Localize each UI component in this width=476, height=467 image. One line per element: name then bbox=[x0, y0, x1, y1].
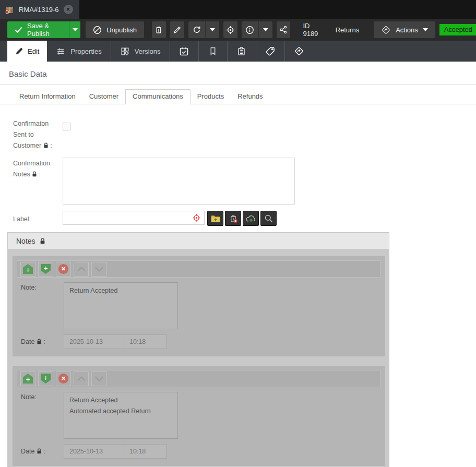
add-block-below-button[interactable]: + bbox=[38, 372, 53, 386]
data-tabs: Return Information Customer Communicatio… bbox=[0, 90, 476, 104]
object-type-label: Returns bbox=[336, 26, 360, 34]
date-input[interactable] bbox=[64, 444, 124, 459]
add-block-above-button[interactable]: + bbox=[20, 262, 35, 277]
time-input[interactable] bbox=[124, 334, 167, 349]
add-block-above-button[interactable]: + bbox=[20, 372, 35, 386]
tab-return-information[interactable]: Return Information bbox=[13, 90, 82, 104]
tab-customer[interactable]: Customer bbox=[82, 90, 125, 104]
move-block-down-button[interactable] bbox=[91, 372, 106, 386]
cloud-upload-icon bbox=[245, 214, 257, 223]
reload-button[interactable] bbox=[188, 21, 205, 38]
search-icon bbox=[264, 213, 273, 223]
tab-versions[interactable]: Versions bbox=[111, 41, 170, 62]
pencil-icon bbox=[173, 26, 182, 34]
communications-form: Confirmaton Sent to Customer : Confirmat… bbox=[0, 104, 476, 226]
date-input[interactable] bbox=[64, 334, 124, 349]
check-icon bbox=[15, 27, 22, 33]
pencil-icon bbox=[15, 47, 23, 55]
package-icon bbox=[5, 5, 14, 14]
tab-refunds[interactable]: Refunds bbox=[231, 90, 269, 104]
tab-bookmark[interactable] bbox=[199, 41, 227, 62]
delete-asset-button[interactable] bbox=[225, 211, 241, 226]
trash-icon bbox=[154, 25, 163, 34]
locate-in-tree-button[interactable] bbox=[223, 21, 237, 38]
note-label: Note: bbox=[17, 282, 64, 329]
add-block-below-button[interactable]: + bbox=[38, 262, 53, 277]
divider bbox=[0, 84, 476, 85]
save-publish-group: Save & Publish bbox=[7, 21, 80, 38]
schedule-icon bbox=[178, 46, 189, 57]
info-button[interactable] bbox=[242, 21, 258, 38]
unpublish-button[interactable]: Unpublish bbox=[86, 21, 144, 38]
block-toolbar: + + ✕ bbox=[17, 370, 380, 387]
caret-down-icon bbox=[210, 28, 215, 31]
date-label: Date : bbox=[17, 338, 64, 345]
properties-icon bbox=[56, 46, 66, 56]
tab-communications[interactable]: Communications bbox=[125, 89, 191, 104]
versions-icon bbox=[120, 46, 130, 56]
info-options-button[interactable] bbox=[258, 21, 272, 38]
tab-workflow[interactable] bbox=[285, 41, 313, 62]
move-block-up-button[interactable] bbox=[74, 372, 89, 386]
time-input[interactable] bbox=[124, 444, 167, 459]
search-button[interactable] bbox=[260, 211, 277, 226]
caret-down-icon bbox=[73, 28, 78, 31]
panel-title: Basic Data bbox=[0, 62, 476, 84]
tab-schedule[interactable] bbox=[170, 41, 198, 62]
note-textarea[interactable] bbox=[64, 282, 178, 329]
note-textarea[interactable] bbox=[64, 392, 178, 439]
caret-down-icon bbox=[423, 28, 428, 31]
save-options-button[interactable] bbox=[69, 21, 80, 38]
bookmark-icon bbox=[208, 46, 218, 56]
note-label: Note: bbox=[17, 392, 64, 439]
tab-products[interactable]: Products bbox=[191, 90, 231, 104]
folder-upload-button[interactable] bbox=[207, 211, 223, 226]
lock-icon bbox=[37, 339, 42, 344]
close-icon[interactable]: × bbox=[64, 5, 73, 14]
caret-down-icon bbox=[263, 28, 268, 31]
tab-edit[interactable]: Edit bbox=[7, 41, 47, 62]
object-tab[interactable]: RMA#1319-6 × bbox=[0, 0, 79, 19]
move-down-icon bbox=[94, 266, 104, 272]
document-tabbar: RMA#1319-6 × bbox=[0, 0, 476, 19]
label-input[interactable] bbox=[63, 211, 205, 225]
label-field-wrap bbox=[63, 211, 277, 226]
notes-panel-title: Notes bbox=[16, 237, 35, 245]
tab-notes-events[interactable] bbox=[228, 41, 256, 62]
add-block-above-icon: + bbox=[23, 374, 33, 384]
save-publish-button[interactable]: Save & Publish bbox=[7, 21, 69, 38]
add-block-below-icon: + bbox=[41, 264, 51, 274]
note-block: + + ✕ Note: Date bbox=[13, 256, 385, 356]
move-up-icon bbox=[77, 266, 86, 272]
actions-icon bbox=[381, 25, 391, 35]
notes-panel: Notes + + ✕ No bbox=[7, 232, 389, 467]
workflow-icon bbox=[294, 46, 304, 56]
drop-target-icon bbox=[192, 213, 201, 222]
add-block-below-icon: + bbox=[41, 374, 51, 384]
object-tab-title: RMA#1319-6 bbox=[19, 6, 59, 14]
cloud-upload-button[interactable] bbox=[243, 211, 259, 226]
delete-block-button[interactable]: ✕ bbox=[56, 372, 71, 386]
confirmation-sent-checkbox[interactable] bbox=[63, 123, 70, 130]
actions-button[interactable]: Actions bbox=[374, 21, 435, 38]
status-badge: Accepted bbox=[439, 24, 476, 35]
delete-block-icon: ✕ bbox=[58, 374, 68, 384]
confirmation-notes-textarea[interactable] bbox=[63, 158, 295, 205]
reload-options-button[interactable] bbox=[205, 21, 219, 38]
notes-panel-header: Notes bbox=[7, 232, 389, 249]
move-block-up-button[interactable] bbox=[74, 262, 89, 277]
tab-tags[interactable] bbox=[256, 41, 284, 62]
object-id-label: ID 9189 bbox=[303, 22, 323, 38]
confirmation-notes-label: Confirmation Notes : bbox=[13, 158, 63, 205]
reload-group bbox=[188, 21, 219, 38]
delete-button[interactable] bbox=[152, 21, 166, 38]
info-icon bbox=[245, 25, 255, 35]
share-button[interactable] bbox=[277, 21, 291, 38]
locate-icon bbox=[225, 25, 235, 35]
move-block-down-button[interactable] bbox=[91, 262, 106, 277]
lock-icon bbox=[32, 171, 37, 177]
delete-block-button[interactable]: ✕ bbox=[56, 262, 71, 277]
rename-button[interactable] bbox=[170, 21, 184, 38]
move-down-icon bbox=[94, 376, 104, 382]
tab-properties[interactable]: Properties bbox=[47, 41, 110, 62]
